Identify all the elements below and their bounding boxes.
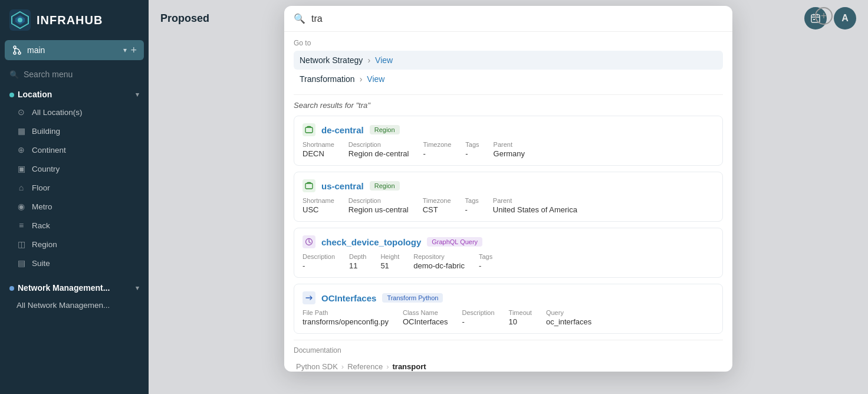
result-field-tags: Tags - bbox=[465, 197, 479, 214]
field-value: Region de-central bbox=[348, 149, 409, 158]
result-field-repository: Repository demo-dc-fabric bbox=[413, 253, 465, 270]
floor-icon: ⌂ bbox=[17, 183, 26, 192]
result-field-tags: Tags - bbox=[465, 141, 479, 158]
sidebar-item-building[interactable]: ▦ Building bbox=[0, 122, 149, 140]
sidebar-item-all-network[interactable]: All Network Managemen... bbox=[0, 296, 149, 314]
result-type-icon bbox=[303, 123, 315, 136]
svg-point-5 bbox=[14, 52, 16, 54]
branch-add-icon[interactable]: + bbox=[130, 45, 137, 55]
sidebar-item-label: Country bbox=[32, 165, 60, 173]
field-value: transforms/openconfig.py bbox=[303, 317, 389, 326]
field-value: OCInterfaces bbox=[403, 317, 448, 326]
result-badge: Region bbox=[370, 125, 400, 134]
result-fields: Description - Depth 11 Height 51 Repos bbox=[303, 253, 714, 270]
result-field-description: Description - bbox=[462, 309, 495, 326]
field-label: Timezone bbox=[423, 141, 451, 148]
main-content: Proposed A + 🔍 bbox=[149, 0, 868, 394]
global-search-input[interactable] bbox=[311, 14, 723, 24]
sidebar-item-all-locations[interactable]: ⊙ All Location(s) bbox=[0, 103, 149, 122]
result-name: OCInterfaces bbox=[321, 293, 376, 303]
doc-item-transport[interactable]: Python SDK › Reference › transport bbox=[294, 358, 723, 372]
result-name: check_device_topology bbox=[321, 237, 421, 247]
network-dot: Network Management... bbox=[9, 283, 110, 293]
goto-view-link[interactable]: View bbox=[375, 55, 393, 65]
sidebar-item-rack[interactable]: ≡ Rack bbox=[0, 216, 149, 235]
result-card-us-central[interactable]: us-central Region Shortname USC Descript… bbox=[294, 172, 723, 222]
field-value: USC bbox=[303, 205, 334, 214]
field-label: Description bbox=[348, 141, 409, 148]
result-card-check-device-topology[interactable]: check_device_topology GraphQL Query Desc… bbox=[294, 228, 723, 278]
building-icon: ▦ bbox=[17, 126, 26, 136]
result-field-parent: Parent Germany bbox=[494, 141, 525, 158]
divider bbox=[294, 340, 723, 340]
result-type-icon bbox=[303, 179, 315, 192]
network-management-section: Network Management... ▾ All Network Mana… bbox=[0, 277, 149, 319]
branch-selector[interactable]: main ▾ + bbox=[5, 40, 144, 60]
sidebar-item-label: All Network Managemen... bbox=[17, 301, 110, 310]
doc-title: transport bbox=[393, 362, 426, 371]
location-section: Location ▾ ⊙ All Location(s) ▦ Building … bbox=[0, 84, 149, 277]
goto-item-network-strategy[interactable]: Network Strategy › View bbox=[294, 51, 723, 70]
field-value: - bbox=[479, 261, 492, 270]
svg-rect-9 bbox=[305, 127, 313, 133]
result-field-parent: Parent United States of America bbox=[493, 197, 577, 214]
branch-bar-left: main bbox=[12, 45, 45, 55]
result-field-description: Description Region us-central bbox=[348, 197, 409, 214]
branch-chevron-icon: ▾ bbox=[123, 46, 127, 54]
result-fields: Shortname DECN Description Region de-cen… bbox=[303, 141, 714, 158]
goto-view-link[interactable]: View bbox=[367, 74, 384, 84]
sidebar-item-metro[interactable]: ◉ Metro bbox=[0, 197, 149, 216]
result-card-ocinterfaces[interactable]: OCInterfaces Transform Python File Path … bbox=[294, 284, 723, 334]
network-chevron-icon: ▾ bbox=[136, 284, 139, 292]
documentation-label: Documentation bbox=[294, 346, 723, 354]
field-label: Parent bbox=[493, 197, 577, 204]
search-menu-label: Search menu bbox=[24, 70, 73, 79]
search-modal: 🔍 Go to Network Strategy › View Transfor… bbox=[284, 6, 732, 372]
result-card-de-central[interactable]: de-central Region Shortname DECN Descrip… bbox=[294, 116, 723, 166]
field-label: Repository bbox=[413, 253, 465, 260]
field-value: 11 bbox=[349, 261, 366, 270]
field-label: Height bbox=[380, 253, 399, 260]
sidebar-item-label: All Location(s) bbox=[32, 108, 83, 117]
sidebar-item-label: Floor bbox=[32, 183, 50, 192]
search-body: Go to Network Strategy › View Transforma… bbox=[284, 32, 732, 372]
result-field-timezone: Timezone CST bbox=[423, 197, 451, 214]
sidebar-item-label: Continent bbox=[32, 146, 66, 155]
field-value: DECN bbox=[303, 149, 334, 158]
field-label: Tags bbox=[479, 253, 492, 260]
field-value: Germany bbox=[494, 149, 525, 158]
rack-icon: ≡ bbox=[17, 221, 26, 230]
result-field-height: Height 51 bbox=[380, 253, 399, 270]
result-type-icon bbox=[303, 235, 315, 248]
field-value: oc_interfaces bbox=[546, 317, 591, 326]
sidebar-item-country[interactable]: ▣ Country bbox=[0, 159, 149, 178]
sidebar-item-floor[interactable]: ⌂ Floor bbox=[0, 178, 149, 197]
field-label: Class Name bbox=[403, 309, 448, 316]
field-value: - bbox=[465, 205, 479, 214]
search-menu[interactable]: 🔍 Search menu bbox=[0, 65, 149, 84]
location-header[interactable]: Location ▾ bbox=[0, 84, 149, 103]
sidebar-item-label: Rack bbox=[32, 221, 50, 230]
logo-icon bbox=[9, 9, 31, 31]
field-label: Parent bbox=[494, 141, 525, 148]
result-field-shortname: Shortname USC bbox=[303, 197, 334, 214]
field-label: Timeout bbox=[509, 309, 532, 316]
network-management-header[interactable]: Network Management... ▾ bbox=[0, 277, 149, 296]
result-field-filepath: File Path transforms/openconfig.py bbox=[303, 309, 389, 326]
goto-label: Go to bbox=[294, 39, 723, 47]
result-field-timeout: Timeout 10 bbox=[509, 309, 532, 326]
result-type-icon bbox=[303, 291, 315, 304]
search-overlay[interactable]: 🔍 Go to Network Strategy › View Transfor… bbox=[149, 0, 868, 394]
continent-icon: ⊕ bbox=[17, 145, 26, 155]
sidebar-item-continent[interactable]: ⊕ Continent bbox=[0, 140, 149, 159]
sidebar-item-suite[interactable]: ▤ Suite bbox=[0, 254, 149, 272]
logo-text: INFRAHUB bbox=[37, 14, 103, 27]
region-icon: ◫ bbox=[17, 239, 26, 249]
sidebar-item-region[interactable]: ◫ Region bbox=[0, 235, 149, 254]
sidebar: INFRAHUB main ▾ + 🔍 Search menu Location… bbox=[0, 0, 149, 394]
result-field-depth: Depth 11 bbox=[349, 253, 366, 270]
goto-item-transformation[interactable]: Transformation › View bbox=[294, 70, 723, 88]
field-value: United States of America bbox=[493, 205, 577, 214]
field-value: - bbox=[465, 149, 479, 158]
field-value: demo-dc-fabric bbox=[413, 261, 465, 270]
